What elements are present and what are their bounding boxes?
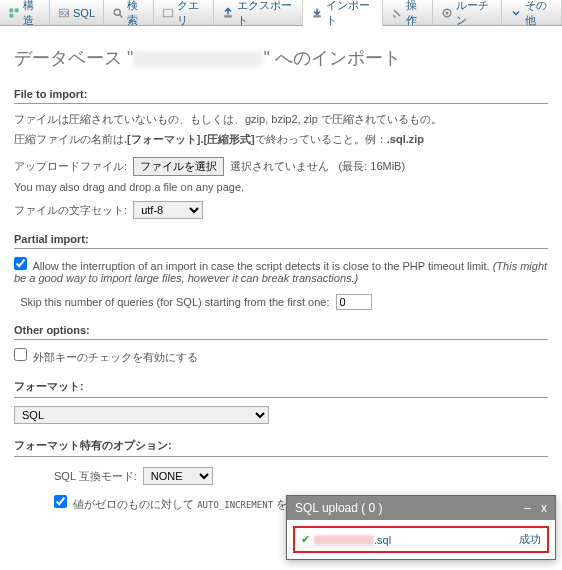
charset-label: ファイルの文字セット: (14, 204, 127, 216)
query-icon (162, 7, 174, 19)
upload-popup-title: SQL upload ( 0 ) (295, 501, 383, 515)
svg-rect-9 (313, 15, 321, 17)
charset-select[interactable]: utf-8 (133, 201, 203, 219)
tab-operations[interactable]: 操作 (383, 0, 433, 25)
tab-structure[interactable]: 構造 (0, 0, 50, 25)
tab-label: SQL (73, 7, 95, 19)
sql-icon: SQL (58, 7, 70, 19)
section-file-to-import: File to import: (14, 88, 548, 104)
format-row: SQL (14, 406, 548, 424)
svg-rect-0 (10, 8, 14, 12)
tab-label: ルーチン (456, 0, 494, 28)
svg-point-5 (114, 9, 120, 15)
tab-more[interactable]: その他 (502, 0, 562, 25)
section-format-opts: フォーマット特有のオプション: (14, 438, 548, 457)
section-partial: Partial import: (14, 233, 548, 249)
tab-label: 操作 (406, 0, 424, 28)
tab-bar: 構造 SQL SQL 検索 クエリ エクスポート インポート 操作 ルーチン そ… (0, 0, 562, 26)
charset-row: ファイルの文字セット: utf-8 (14, 201, 548, 219)
tab-label: 構造 (23, 0, 41, 28)
compat-row: SQL 互換モード: NONE (54, 467, 548, 485)
tab-sql[interactable]: SQL SQL (50, 0, 104, 25)
tab-import[interactable]: インポート (303, 0, 382, 26)
import-icon (311, 7, 323, 19)
tab-label: 検索 (127, 0, 145, 28)
tab-export[interactable]: エクスポート (214, 0, 303, 25)
popup-close-button[interactable]: x (541, 501, 547, 515)
section-format: フォーマット: (14, 379, 548, 398)
export-icon (222, 7, 234, 19)
allow-interrupt-row: Allow the interruption of an import in c… (14, 257, 548, 284)
fk-label: 外部キーのチェックを有効にする (33, 351, 198, 363)
upload-status[interactable]: 成功 (519, 532, 541, 547)
routines-icon (441, 7, 453, 19)
check-icon: ✔ (301, 533, 310, 546)
operations-icon (391, 7, 403, 19)
skip-row: Skip this number of queries (for SQL) st… (14, 294, 548, 310)
svg-line-6 (120, 14, 123, 17)
skip-input[interactable] (336, 294, 372, 310)
svg-rect-1 (15, 8, 19, 12)
compress-desc2: 圧縮ファイルの名前は.[フォーマット].[圧縮形式]で終わっていること。例：.s… (14, 132, 548, 147)
tab-routines[interactable]: ルーチン (433, 0, 503, 25)
compat-select[interactable]: NONE (143, 467, 213, 485)
tab-label: エクスポート (237, 0, 294, 28)
section-other: Other options: (14, 324, 548, 340)
tab-query[interactable]: クエリ (154, 0, 214, 25)
compat-label: SQL 互換モード: (54, 470, 137, 482)
fk-row: 外部キーのチェックを有効にする (14, 348, 548, 365)
choose-file-button[interactable]: ファイルを選択 (133, 157, 224, 176)
fk-checkbox[interactable] (14, 348, 27, 361)
upload-file-row: ✔ .sql 成功 (293, 526, 549, 553)
svg-rect-2 (10, 13, 14, 17)
svg-point-11 (445, 11, 448, 14)
file-not-selected: 選択されていません (230, 160, 329, 172)
page-title: データベース "" へのインポート (14, 46, 548, 70)
svg-text:SQL: SQL (60, 11, 70, 16)
compress-desc1: ファイルは圧縮されていないもの、もしくは、gzip, bzip2, zip で圧… (14, 112, 548, 127)
upload-label: アップロードファイル: (14, 160, 127, 172)
svg-rect-8 (224, 15, 232, 17)
format-select[interactable]: SQL (14, 406, 269, 424)
dragdrop-hint: You may also drag and drop a file on any… (14, 181, 548, 193)
main-content: データベース "" へのインポート File to import: ファイルは圧… (0, 26, 562, 527)
popup-minimize-button[interactable]: – (524, 501, 531, 515)
upload-file-ext: .sql (374, 534, 391, 546)
search-icon (112, 7, 124, 19)
tab-search[interactable]: 検索 (104, 0, 154, 25)
tab-label: その他 (525, 0, 553, 28)
svg-rect-7 (164, 9, 173, 17)
more-icon (510, 7, 522, 19)
allow-interrupt-checkbox[interactable] (14, 257, 27, 270)
zero-checkbox[interactable] (54, 495, 67, 508)
db-name-redacted (133, 51, 263, 67)
tab-label: インポート (326, 0, 373, 28)
upload-popup-header: SQL upload ( 0 ) – x (287, 496, 555, 520)
upload-row: アップロードファイル: ファイルを選択 選択されていません (最長: 16MiB… (14, 157, 548, 176)
upload-filename-redacted (314, 535, 374, 545)
structure-icon (8, 7, 20, 19)
skip-label: Skip this number of queries (for SQL) st… (20, 296, 329, 308)
upload-popup: SQL upload ( 0 ) – x ✔ .sql 成功 (286, 495, 556, 560)
max-size: (最長: 16MiB) (338, 160, 405, 172)
tab-label: クエリ (177, 0, 205, 28)
